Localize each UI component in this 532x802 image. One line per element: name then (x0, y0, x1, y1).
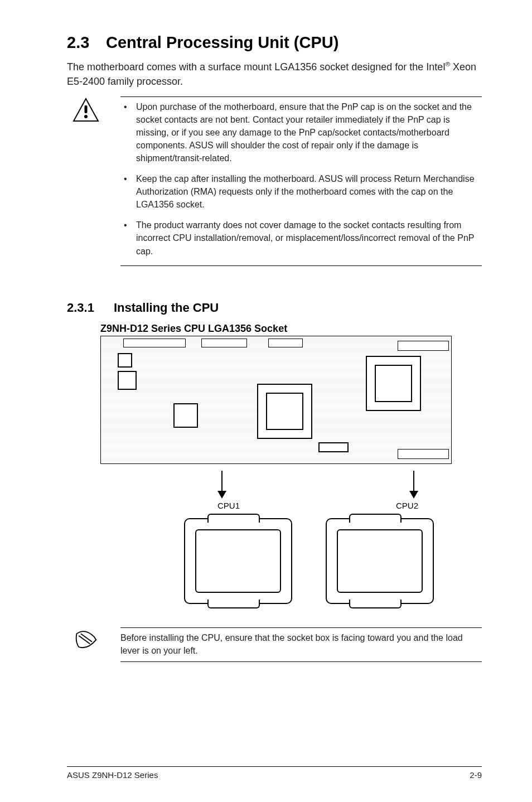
warning-text: Upon purchase of the motherboard, ensure… (136, 102, 472, 163)
diagram-title: Z9NH-D12 Series CPU LGA1356 Socket (100, 323, 482, 335)
arrow-row (217, 471, 418, 499)
socket-diagram: CPU1 CPU2 (100, 336, 452, 604)
cpu1-socket-outline (257, 384, 312, 439)
section-title: Central Processing Unit (CPU) (106, 33, 338, 51)
warning-list: Upon purchase of the motherboard, ensure… (120, 100, 482, 257)
cpu2-socket-outline (366, 356, 421, 411)
note-block: Before installing the CPU, ensure that t… (72, 626, 482, 665)
footer-left: ASUS Z9NH-D12 Series (67, 770, 158, 780)
page-footer: ASUS Z9NH-D12 Series 2-9 (67, 766, 482, 780)
warning-text: The product warranty does not cover dama… (136, 220, 474, 255)
svg-rect-1 (85, 105, 88, 113)
subsection-heading: 2.3.1Installing the CPU (67, 301, 482, 315)
list-item: The product warranty does not cover dama… (120, 219, 482, 257)
divider (120, 265, 482, 266)
registered-mark: ® (445, 60, 450, 67)
arrow-down-icon (217, 471, 226, 499)
warning-icon (72, 95, 99, 269)
cpu2-label: CPU2 (396, 501, 418, 510)
section-number: 2.3 (67, 33, 106, 52)
cpu2-socket-detail (326, 518, 434, 604)
list-item: Keep the cap after installing the mother… (120, 172, 482, 211)
warning-block: Upon purchase of the motherboard, ensure… (72, 95, 482, 269)
svg-point-2 (84, 115, 88, 118)
intro-pre: The motherboard comes with a surface mou… (67, 61, 445, 73)
subsection-title: Installing the CPU (114, 301, 219, 315)
motherboard-outline (100, 336, 452, 464)
divider (120, 96, 482, 97)
warning-text: Keep the cap after installing the mother… (136, 174, 475, 209)
cpu1-label: CPU1 (217, 501, 240, 510)
subsection-number: 2.3.1 (67, 301, 114, 315)
intro-paragraph: The motherboard comes with a surface mou… (67, 60, 482, 89)
note-icon (72, 626, 99, 665)
section-heading: 2.3Central Processing Unit (CPU) (67, 33, 482, 52)
footer-right: 2-9 (470, 770, 482, 780)
divider (120, 661, 482, 662)
cpu1-socket-detail (184, 518, 292, 604)
divider (120, 627, 482, 628)
arrow-down-icon (409, 471, 418, 499)
note-text: Before installing the CPU, ensure that t… (120, 631, 482, 657)
list-item: Upon purchase of the motherboard, ensure… (120, 100, 482, 165)
